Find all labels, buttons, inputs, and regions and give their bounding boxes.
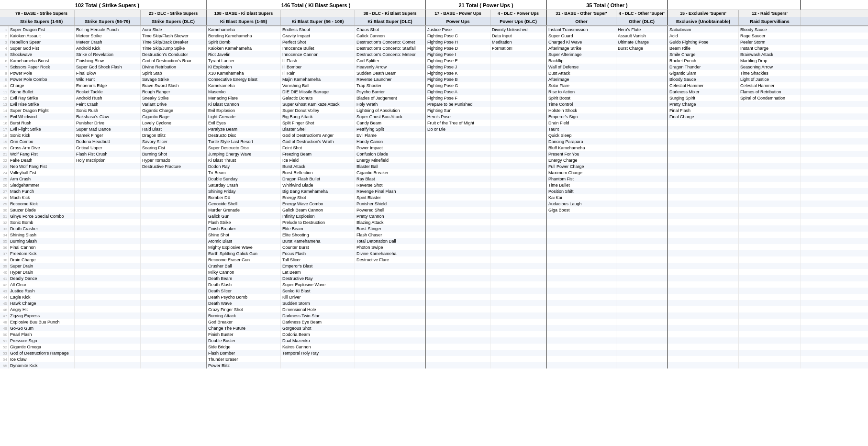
table-cell: [141, 225, 207, 232]
table-cell: Saturday Crash: [207, 182, 281, 188]
table-cell: Data Input: [490, 33, 547, 39]
table-cell: Present For You: [547, 151, 616, 157]
table-cell: Meteor Crash: [75, 39, 141, 45]
table-cell: [739, 256, 801, 263]
table-cell: [616, 132, 668, 138]
table-cell: Focus Flash: [281, 250, 355, 256]
table-cell: [616, 151, 668, 157]
table-cell: Vanishing Ball: [281, 82, 355, 89]
table-cell: Confusion Blade: [355, 151, 426, 157]
table-cell: Infinity Explosion: [281, 213, 355, 219]
table-row: 11Stone BulletRocket TackleRough RangerM…: [0, 89, 868, 95]
table-cell: Sledgehammer: [9, 182, 75, 188]
table-cell: Divine Retribution: [141, 64, 207, 70]
table-cell: Bloody Sauce: [668, 76, 739, 82]
table-cell: [739, 306, 801, 312]
table-cell: Innocence Cannon: [281, 51, 355, 57]
page-wrapper: 102 Total ( Strike Supers )146 Total ( K…: [0, 0, 868, 446]
table-cell: [739, 269, 801, 275]
top-header-row: 102 Total ( Strike Supers )146 Total ( K…: [0, 0, 868, 10]
table-cell: [739, 169, 801, 176]
table-cell: Full Power Charge: [547, 163, 616, 169]
table-cell: X10 Kamehameha: [207, 70, 281, 76]
table-row: 33Death CrasherFinish BreakerElite BeamB…: [0, 225, 868, 232]
table-cell: Strike of Revelation: [75, 51, 141, 57]
table-cell: [355, 344, 426, 350]
table-cell: [668, 275, 739, 281]
table-cell: Guido Fighting Pose: [668, 39, 739, 45]
table-cell: Consecutive Energy Blast: [207, 76, 281, 82]
table-cell: [616, 337, 668, 344]
table-cell: Wall of Defense: [547, 64, 616, 70]
table-cell: Rage Saucer: [739, 33, 801, 39]
table-cell: [75, 300, 141, 306]
sub-header-row: 79 - BASE - Strike Supers23 - DLC - Stri…: [0, 10, 868, 17]
table-row: 54Ice ClawThunder Eraser: [0, 356, 868, 362]
table-cell: Genocide Shell: [207, 201, 281, 207]
table-cell: [490, 281, 547, 288]
table-cell: Burning Shot: [141, 151, 207, 157]
table-cell: Emperor's Edge: [75, 82, 141, 89]
table-cell: Shining Friday: [207, 188, 281, 194]
table-cell: [668, 120, 739, 126]
table-cell: [75, 182, 141, 188]
table-cell: [281, 356, 355, 362]
table-cell: Kamekameha: [207, 82, 281, 89]
table-row: 15Evil WhirlwindRakshasa's ClawGigantic …: [0, 113, 868, 120]
table-cell: [490, 344, 547, 350]
table-cell: [426, 163, 490, 169]
table-cell: [426, 331, 490, 337]
table-cell: [668, 126, 739, 132]
table-cell: Kill Driver: [281, 294, 355, 300]
table-cell: [426, 288, 490, 294]
table-cell: Sonic Bomb: [9, 219, 75, 225]
row-num-header: [0, 17, 9, 25]
table-cell: Atomic Blast: [207, 238, 281, 244]
table-cell: Sauzer Blade: [9, 207, 75, 213]
table-cell: [75, 163, 141, 169]
table-cell: [75, 188, 141, 194]
table-cell: [490, 157, 547, 163]
table-cell: [141, 344, 207, 350]
table-row: 47Zigzag ExpressBurning AttackDarkness T…: [0, 312, 868, 319]
sub-header-cell: [75, 10, 141, 17]
table-cell: [668, 194, 739, 201]
table-cell: [547, 213, 616, 219]
table-cell: Bloody Sauce: [739, 26, 801, 33]
row-number: 21: [0, 151, 9, 157]
table-cell: [668, 151, 739, 157]
table-cell: [616, 300, 668, 306]
table-cell: [141, 331, 207, 337]
table-cell: [739, 132, 801, 138]
row-number: 31: [0, 213, 9, 219]
table-cell: Elite Shooting: [281, 232, 355, 238]
table-cell: Energy Charge: [547, 157, 616, 163]
table-cell: Gigantic Charge: [141, 107, 207, 113]
table-cell: [426, 300, 490, 306]
table-cell: [426, 306, 490, 312]
table-cell: Charge: [9, 82, 75, 89]
table-cell: [739, 250, 801, 256]
table-cell: [739, 325, 801, 331]
table-cell: [141, 275, 207, 281]
table-cell: [668, 294, 739, 300]
table-cell: Double Buster: [207, 337, 281, 344]
table-cell: [668, 281, 739, 288]
table-cell: Eagle Kick: [9, 294, 75, 300]
table-cell: Final Blow: [75, 70, 141, 76]
table-cell: Final Cannon: [9, 244, 75, 250]
col-header-cell: Ki Blast Supers (1-55): [207, 17, 281, 25]
table-cell: Hawk Charge: [9, 300, 75, 306]
table-cell: Position Shift: [547, 188, 616, 194]
table-cell: Afterimage: [547, 76, 616, 82]
table-cell: Paralyze Beam: [207, 126, 281, 132]
table-cell: Fighting Pose D: [426, 45, 490, 51]
row-number: 55: [0, 362, 9, 368]
row-number: 43: [0, 288, 9, 294]
table-cell: [547, 344, 616, 350]
table-cell: [616, 138, 668, 145]
row-number: 23: [0, 163, 9, 169]
table-cell: Rough Ranger: [141, 89, 207, 95]
table-cell: Dimensional Hole: [281, 306, 355, 312]
table-cell: [490, 163, 547, 169]
